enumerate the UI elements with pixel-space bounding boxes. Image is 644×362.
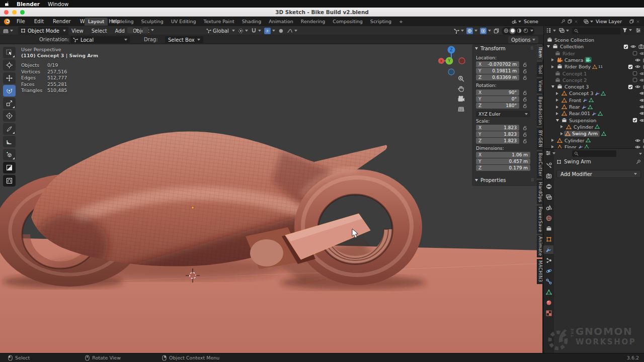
exclude-checkbox[interactable] [628,64,633,69]
editor-type-selector[interactable] [3,27,13,34]
exclude-checkbox[interactable] [623,44,628,49]
scale-z-field[interactable]: Z1.823 [476,138,519,144]
outliner-row-front[interactable]: Front [544,97,644,104]
close-icon[interactable] [636,20,640,24]
outliner-row-concept-3-collection[interactable]: Concept 3 [544,83,644,90]
dimensions-x-field[interactable]: X1.06 m [476,152,530,158]
outliner-row-collection[interactable]: Collection [544,43,644,50]
hide-eye-icon[interactable] [639,71,644,76]
menu-edit[interactable]: Edit [30,19,48,24]
tab-animate[interactable]: Animate [537,235,543,257]
lock-icon[interactable] [522,68,527,73]
hide-eye-icon[interactable] [639,104,644,110]
hardops-tool[interactable] [3,175,16,187]
new-view-layer-icon[interactable] [629,19,634,24]
exclude-checkbox[interactable] [628,84,633,89]
view-layer-selector[interactable]: View Layer [582,18,641,25]
scale-y-field[interactable]: Y1.823 [476,131,519,137]
lock-icon[interactable] [522,132,527,137]
show-overlays-toggle[interactable] [466,28,477,34]
exclude-checkbox[interactable] [632,51,637,56]
menu-add[interactable]: Add [111,28,129,34]
location-y-field[interactable]: Y0.19811 m [476,68,519,74]
outliner-settings-icon[interactable] [635,28,641,33]
lock-icon[interactable] [522,90,527,95]
tab-animation[interactable]: Animation [265,18,296,26]
menu-render[interactable]: Render [48,19,75,24]
tab-rendering[interactable]: Rendering [297,18,329,26]
tab-modeling[interactable]: Modeling [108,18,137,26]
tab-powersave[interactable]: PowerSave [537,206,543,234]
outliner-row-camera[interactable]: Camera [544,57,644,63]
tab-physics-properties[interactable] [544,266,553,275]
cursor-tool[interactable] [3,59,16,71]
outliner-editor-selector[interactable] [546,28,556,33]
gizmo-axis-x-neg[interactable] [459,58,465,64]
show-gizmos-toggle[interactable] [454,28,464,34]
tab-world-properties[interactable] [544,214,553,222]
outliner-row-rear-001[interactable]: Rear.001 [544,110,644,117]
outliner-row-swing-arm[interactable]: Swing Arm [544,130,644,137]
location-z-field[interactable]: Z0.63369 m [476,74,519,80]
tab-bproduction[interactable]: Bproduction [537,95,543,126]
chevron-down-icon[interactable] [639,153,642,155]
macos-titlebar[interactable]: 3D Sketch - Bike Build v2.blend [0,8,644,17]
tab-layout[interactable]: Layout [85,18,108,26]
tab-view[interactable]: View [537,78,543,94]
outliner-display-mode[interactable] [559,28,569,33]
boxcutter-tool[interactable] [3,162,16,173]
drag-setting-dropdown[interactable]: Select Box [165,36,203,43]
shading-rendered-button[interactable] [522,28,529,34]
tab-collection-properties[interactable] [544,224,553,233]
magnet-icon[interactable] [251,28,257,34]
transform-tool[interactable] [3,110,16,122]
tab-constraint-properties[interactable] [544,277,553,286]
hide-eye-icon[interactable] [630,44,636,49]
measure-tool[interactable] [3,136,16,147]
tab-texture-properties[interactable] [544,309,553,317]
outliner-row-concept-2[interactable]: Concept 2 [544,77,644,83]
menu-file[interactable]: File [12,19,30,24]
tab-object-properties[interactable] [544,235,553,243]
render-visibility-icon[interactable] [638,44,644,49]
outliner-row-rear[interactable]: Rear [544,104,644,110]
tab-render-properties[interactable] [544,171,553,180]
outliner-row-floor[interactable]: Floor [544,144,644,148]
tab-scene-properties[interactable] [544,203,553,212]
outliner-row-concept-1[interactable]: Concept 1 [544,70,644,77]
add-modifier-button[interactable]: Add Modifier [556,170,641,178]
xray-toggle[interactable] [480,28,491,34]
hide-eye-icon[interactable] [639,90,644,96]
gizmo-axis-z-neg[interactable] [448,69,454,75]
location-x-field[interactable]: X-0.070702 m [476,61,519,67]
outliner-search[interactable] [572,28,620,34]
tab-uv-editing[interactable]: UV Editing [168,18,200,26]
add-primitive-tool[interactable] [3,149,16,160]
outliner-row-scene-collection[interactable]: Scene Collection [544,37,644,43]
move-tool[interactable] [3,72,16,84]
exclude-checkbox[interactable] [632,118,637,123]
add-workspace-button[interactable]: + [395,18,407,26]
new-scene-icon[interactable] [568,19,572,24]
hide-eye-icon[interactable] [639,51,644,56]
hide-eye-icon[interactable] [635,138,640,143]
tab-view-layer-properties[interactable] [544,193,553,201]
hide-eye-icon[interactable] [639,118,644,123]
properties-search-input[interactable] [579,151,612,157]
rotate-tool[interactable] [3,85,16,97]
hide-eye-icon[interactable] [639,98,644,103]
tab-hardops[interactable]: HardOps [537,180,543,204]
apple-logo-icon[interactable] [5,1,11,7]
tab-machin3[interactable]: MACHIN3 [537,259,543,284]
properties-search[interactable] [572,150,616,157]
rotation-mode-dropdown[interactable]: XYZ Euler [476,111,530,117]
menu-select[interactable]: Select [88,28,111,34]
shading-solid-button[interactable] [509,28,516,34]
orientation-setting-dropdown[interactable]: Local [70,36,130,43]
properties-panel-header[interactable]: Properties ⠿ [472,176,537,185]
pin-icon[interactable] [561,19,566,24]
pin-icon[interactable] [636,159,641,164]
tab-scripting[interactable]: Scripting [367,18,395,26]
lock-icon[interactable] [522,125,527,130]
tab-sculpting[interactable]: Sculpting [138,18,167,26]
